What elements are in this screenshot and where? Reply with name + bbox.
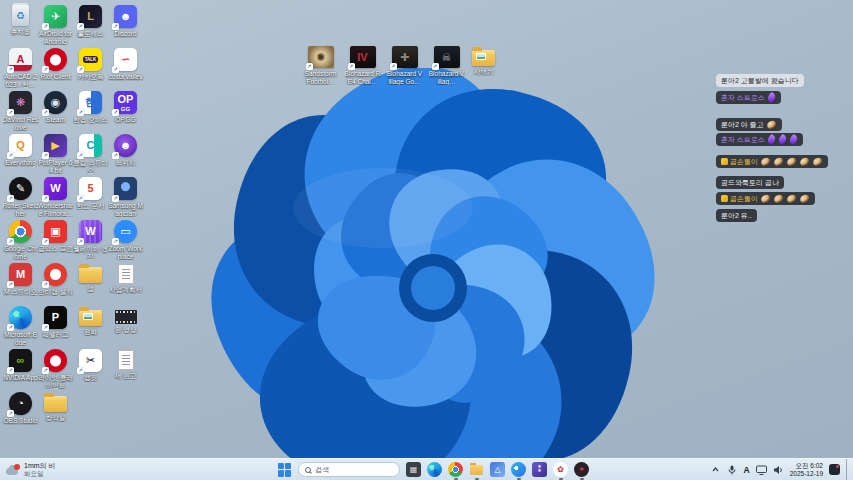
- desktop-icon-kakaotalk[interactable]: TALK↗카카오톡: [73, 48, 108, 91]
- shortcut-arrow-icon: ↗: [112, 195, 119, 202]
- desktop-icon-zoom-workplace[interactable]: ▭↗Zoom Workplace: [108, 220, 143, 263]
- icon-label: Biohazard Village Go…: [387, 70, 423, 85]
- start-button[interactable]: [278, 463, 292, 477]
- desktop-center-icons[interactable]: ✺↗Sandstorm Foothol…IV↗Biohazard RE4 Cha…: [303, 46, 464, 85]
- desktop-icon-riot-client-kr[interactable]: ↗라이엇 클라이언트: [38, 349, 73, 392]
- desktop-icon-everything[interactable]: Q↗Everything: [3, 134, 38, 177]
- desktop-icon-game-sandstorm[interactable]: ✺↗Sandstorm Foothol…: [303, 46, 338, 85]
- chat-username: 혼자 스트로스: [721, 135, 765, 144]
- chat-message: 혼자 스트로스: [716, 91, 781, 104]
- shortcut-arrow-icon: ↗: [7, 324, 14, 331]
- icon-label: 롤토체스: [73, 30, 109, 38]
- desktop-icon-hancom-office[interactable]: 한↗한컴 오피스: [73, 91, 108, 134]
- shortcut-arrow-icon: ↗: [112, 238, 119, 245]
- speaker-icon[interactable]: [773, 464, 784, 475]
- shortcut-arrow-icon: ↗: [348, 63, 355, 70]
- desktop-icon-discord[interactable]: ☻↗Discord: [108, 5, 143, 48]
- desktop-icon-game-biohazard-re4[interactable]: IV↗Biohazard RE4 Chai…: [345, 46, 380, 85]
- microphone-icon[interactable]: [727, 464, 738, 475]
- weather-widget[interactable]: 1mm의 비 화요일: [6, 459, 56, 480]
- desktop-icon-folder-sajaegi[interactable]: 사재기: [466, 46, 501, 76]
- icon-label: 카카오톡: [73, 73, 109, 81]
- samsung-magician-icon: ↗: [114, 177, 137, 200]
- desktop-icon-wallpaper-engine[interactable]: W↗월페이퍼 엔진: [73, 220, 108, 263]
- taskbar-app-microsoft-edge[interactable]: [427, 462, 442, 477]
- display-icon[interactable]: [756, 464, 767, 475]
- desktop-icon-potplayer[interactable]: ▶↗PotPlayer 64 bit: [38, 134, 73, 177]
- taskbar-app-google-chrome[interactable]: [448, 462, 463, 477]
- taskbar-app-file-explorer[interactable]: [469, 462, 484, 477]
- folder-sajaegi-icon: [472, 50, 495, 66]
- desktop-icon-game-biohazard-village[interactable]: ☠↗Biohazard Villag…: [429, 46, 464, 85]
- shortcut-arrow-icon: ↗: [77, 23, 84, 30]
- desktop-icon-doc-business-plan[interactable]: 사업계획서: [108, 263, 143, 306]
- doc-new-script-icon: [118, 350, 134, 370]
- icon-label: 클립 스튜디오: [73, 159, 109, 174]
- desktop-icon-capcut[interactable]: ✂↗캡컷: [73, 349, 108, 392]
- desktop-icon-opgg[interactable]: OPGG↗OP.GG: [108, 91, 143, 134]
- desktop-icon-obs-studio[interactable]: ◔↗OBS Studio: [3, 392, 38, 435]
- taskbar-app-chat-app[interactable]: ✿: [553, 462, 568, 477]
- croissant-emote-icon: [786, 157, 797, 166]
- desktop-icon-bandicam[interactable]: ↗반디캠 설치: [38, 263, 73, 306]
- croissant-emote-icon: [760, 157, 771, 166]
- desktop-icon-league-of-legends[interactable]: L↗롤토체스: [73, 5, 108, 48]
- desktop-icon-recycle-bin[interactable]: ♻휴지통: [3, 5, 38, 48]
- chat-text: 룬아2 유..: [721, 211, 752, 220]
- desktop-icon-google-chrome[interactable]: ↗Google Chrome: [3, 220, 38, 263]
- desktop-icon-nvidia-app[interactable]: ∞↗NVIDIA App: [3, 349, 38, 392]
- desktop-icon-davinci-resolve[interactable]: ❋↗DaVinci Resolve: [3, 91, 38, 134]
- desktop-icon-samsung-magician[interactable]: ↗Samsung Magician: [108, 177, 143, 220]
- tray-clock[interactable]: 오전 6:02 2025-12-19: [790, 462, 823, 477]
- desktop-icon-steam[interactable]: ◉↗Steam: [38, 91, 73, 134]
- taskbar-app-community-app[interactable]: ⁑: [532, 462, 547, 477]
- desktop-icon-twitch[interactable]: ☻↗트위치: [108, 134, 143, 177]
- taskbar-app-whale-browser[interactable]: [511, 462, 526, 477]
- chat-message: 혼자 스트로스: [716, 133, 803, 146]
- chat-text: 골드와룩토리 곰나: [721, 178, 779, 187]
- show-desktop-button[interactable]: [846, 459, 849, 480]
- dagger-emote-icon: [766, 134, 777, 145]
- icon-label: DaVinci Resolve: [3, 116, 39, 131]
- desktop-icon-folder-sem[interactable]: 셈: [73, 263, 108, 306]
- clip-studio-icon: C↗: [79, 134, 102, 157]
- davinci-resolve-icon: ❋↗: [9, 91, 32, 114]
- pixel-app-icon: P↗: [44, 306, 67, 329]
- desktop-icon-autocad[interactable]: A↗AutoCAD 2023 - 한…: [3, 48, 38, 91]
- weather-summary: 1mm의 비: [24, 462, 56, 470]
- desktop-icon-riot-client[interactable]: ↗Riot Client: [38, 48, 73, 91]
- desktop-icon-hanshow-doc[interactable]: 5↗한쇼 문서: [73, 177, 108, 220]
- desktop-icon-gom-mix-pro[interactable]: ▣↗곰믹스 프로: [38, 220, 73, 263]
- notification-center-icon[interactable]: [829, 464, 840, 475]
- desktop-icon-folder-changjak[interactable]: 창작실: [38, 392, 73, 435]
- ime-indicator[interactable]: A: [744, 465, 750, 475]
- taskbar-app-photos-app[interactable]: △: [490, 462, 505, 477]
- icon-label: Sandstorm Foothol…: [303, 70, 339, 85]
- desktop-icon-grid[interactable]: ♻휴지통✈↗AirDroid for AndroidL↗롤토체스☻↗Discor…: [3, 5, 143, 435]
- icon-label: 한컴 오피스: [73, 116, 109, 124]
- taskbar-app-game-app[interactable]: ✶: [574, 462, 589, 477]
- taskbar-app-task-window[interactable]: ▦: [406, 462, 421, 477]
- icon-label: 셈: [73, 285, 109, 293]
- desktop-icon-airdroid[interactable]: ✈↗AirDroid for Android: [38, 5, 73, 48]
- desktop-icon-microsoft-edge[interactable]: ↗Microsoft Edge: [3, 306, 38, 349]
- chat-message: 골드와룩토리 곰나: [716, 176, 784, 189]
- icon-label: Biohazard RE4 Chai…: [345, 70, 381, 85]
- desktop-icon-rotter-sketcher[interactable]: ✎↗Rotter Sketcher: [3, 177, 38, 220]
- desktop-icon-costa-valley[interactable]: ∽↗costa valley: [108, 48, 143, 91]
- icon-label: 픽셀러그: [38, 331, 74, 339]
- shortcut-arrow-icon: ↗: [42, 109, 49, 116]
- video-file-icon: [115, 310, 137, 324]
- desktop-icon-folder-wonhwa[interactable]: 원화: [73, 306, 108, 349]
- desktop-icon-wondershare-filmora[interactable]: W↗Wondershare Filmora…: [38, 177, 73, 220]
- desktop-icon-clip-studio[interactable]: C↗클립 스튜디오: [73, 134, 108, 177]
- desktop-icon-pixel-app[interactable]: P↗픽셀러그: [38, 306, 73, 349]
- desktop-icon-video-file[interactable]: 원 영상: [108, 306, 143, 349]
- desktop-icon-game-biohazard-village-gold[interactable]: ✚↗Biohazard Village Go…: [387, 46, 422, 85]
- folder-icon: [470, 465, 483, 475]
- tray-chevron-up-icon[interactable]: [710, 464, 721, 475]
- search-input[interactable]: 검색: [298, 462, 400, 477]
- desktop-lone-folder[interactable]: 사재기: [466, 46, 501, 76]
- desktop-icon-m-studio[interactable]: M↗M 스튜디오: [3, 263, 38, 306]
- desktop-icon-doc-new-script[interactable]: 새 원고: [108, 349, 143, 392]
